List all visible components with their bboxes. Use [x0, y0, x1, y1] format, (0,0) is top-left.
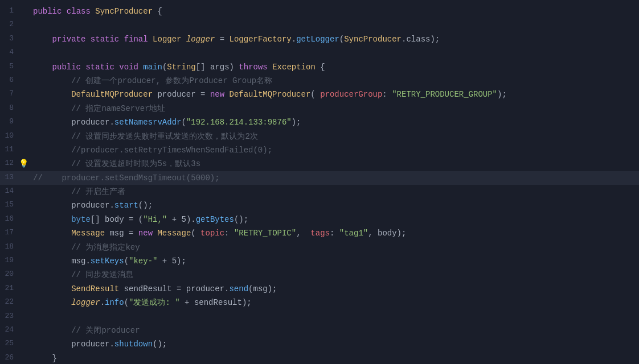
code-token: producer.	[71, 118, 114, 127]
line-number: 2	[0, 19, 18, 31]
code-token	[62, 7, 66, 16]
code-token: getBytes	[196, 215, 234, 224]
line-number: 5	[0, 61, 18, 73]
code-token: (	[181, 118, 186, 127]
code-line: 4	[0, 46, 639, 60]
code-token: // 设置发送超时时限为5s，默认3s	[71, 159, 200, 168]
code-token: main	[143, 63, 162, 72]
code-token: void	[119, 63, 138, 72]
code-token: );	[292, 118, 301, 127]
code-token: setKeys	[91, 257, 124, 266]
code-line: 21 SendResult sendResult = producer.send…	[0, 282, 639, 296]
code-token: (	[191, 229, 200, 238]
code-token: SendResult	[71, 284, 119, 293]
code-token	[33, 257, 71, 266]
line-text: byte[] body = ("Hi," + 5).getBytes();	[28, 213, 639, 226]
code-token: setNamesrvAddr	[114, 118, 182, 127]
line-text	[28, 19, 639, 31]
code-token	[33, 243, 71, 252]
line-number: 23	[0, 311, 18, 322]
line-text: producer.setNamesrvAddr("192.168.214.133…	[28, 116, 639, 129]
code-token	[33, 104, 71, 113]
code-token: =	[215, 35, 229, 44]
code-token: }	[33, 354, 57, 363]
code-token: DefaultMQProducer	[71, 90, 153, 99]
code-token: static	[85, 63, 114, 72]
code-token: info	[105, 298, 124, 307]
code-token: class	[67, 7, 91, 16]
line-number: 9	[0, 116, 18, 128]
code-token	[33, 187, 71, 196]
code-token: logger	[71, 298, 100, 307]
code-token	[33, 118, 71, 127]
code-token: LoggerFactory	[230, 35, 292, 44]
code-line: 10 // 设置同步发送失败时重试发送的次数，默认为2次	[0, 130, 639, 143]
code-token	[33, 326, 71, 335]
line-text: producer.start();	[28, 199, 639, 212]
code-token: byte	[71, 215, 91, 224]
code-token: producer.	[71, 201, 114, 210]
code-line: 2	[0, 18, 639, 32]
code-token: // 为消息指定key	[71, 243, 140, 252]
line-number: 16	[0, 213, 18, 225]
line-text: Message msg = new Message( topic: "RETRY…	[28, 227, 639, 239]
code-token: args)	[210, 63, 239, 72]
line-number: 7	[0, 88, 18, 100]
code-token: {	[153, 7, 162, 16]
line-text: // 开启生产者	[28, 185, 639, 198]
code-token: "RETRY_PRODUCER_GROUP"	[392, 90, 497, 99]
line-number: 18	[0, 241, 18, 253]
code-token	[182, 35, 186, 44]
code-token: producer =	[157, 90, 210, 99]
code-line: 23	[0, 310, 639, 324]
code-token: .class);	[402, 35, 440, 44]
code-token	[33, 35, 52, 44]
line-text: DefaultMQProducer producer = new Default…	[28, 88, 639, 101]
code-token: Exception	[272, 63, 316, 72]
code-token: static	[91, 35, 119, 44]
code-line: 6 // 创建一个producer, 参数为Producer Group名称	[0, 74, 639, 88]
code-token: start	[114, 201, 138, 210]
code-token	[33, 340, 71, 349]
code-token	[33, 76, 71, 85]
code-token: + sendResult);	[180, 298, 252, 307]
code-token: producer.	[71, 340, 114, 349]
code-token: producerGroup	[320, 90, 382, 99]
code-line: 25 producer.shutdown();	[0, 337, 639, 351]
code-token	[33, 132, 71, 141]
line-number: 17	[0, 227, 18, 239]
line-number: 20	[0, 268, 18, 280]
line-number: 11	[0, 144, 18, 156]
code-token: (msg);	[248, 284, 277, 293]
line-text: msg.setKeys("key-" + 5);	[28, 255, 639, 267]
code-token: String	[167, 63, 195, 72]
code-line: 16 byte[] body = ("Hi," + 5).getBytes();	[0, 213, 639, 226]
code-token: :	[330, 229, 339, 238]
code-token: ();	[138, 201, 153, 210]
line-text: //producer.setRetryTimesWhenSendFailed(0…	[28, 144, 639, 156]
code-line: 13// producer.setSendMsgTimeout(5000);	[0, 171, 639, 185]
line-text: // 为消息指定key	[28, 241, 639, 254]
code-token: "Hi,"	[143, 215, 167, 224]
code-line: 18 // 为消息指定key	[0, 241, 639, 254]
code-token: msg.	[71, 257, 91, 266]
code-token: final	[124, 35, 148, 44]
line-text: // producer.setSendMsgTimeout(5000);	[28, 172, 639, 184]
code-token: "key-"	[129, 257, 157, 266]
code-token: send	[229, 284, 248, 293]
line-number: 4	[0, 47, 18, 59]
code-line: 24 // 关闭producer	[0, 324, 639, 337]
code-token: , body);	[368, 229, 406, 238]
code-token: // 创建一个producer, 参数为Producer Group名称	[71, 76, 272, 85]
line-number: 25	[0, 338, 18, 350]
code-token: public	[33, 7, 62, 16]
code-token: body = (	[105, 215, 143, 224]
code-token: // 同步发送消息	[71, 270, 133, 279]
code-token: []	[196, 63, 210, 72]
bulb-icon: 💡	[18, 158, 28, 170]
line-number: 19	[0, 255, 18, 267]
line-number: 6	[0, 75, 18, 86]
code-token: // 设置同步发送失败时重试发送的次数，默认为2次	[71, 132, 258, 141]
code-token	[85, 35, 90, 44]
code-token: ,	[296, 229, 310, 238]
